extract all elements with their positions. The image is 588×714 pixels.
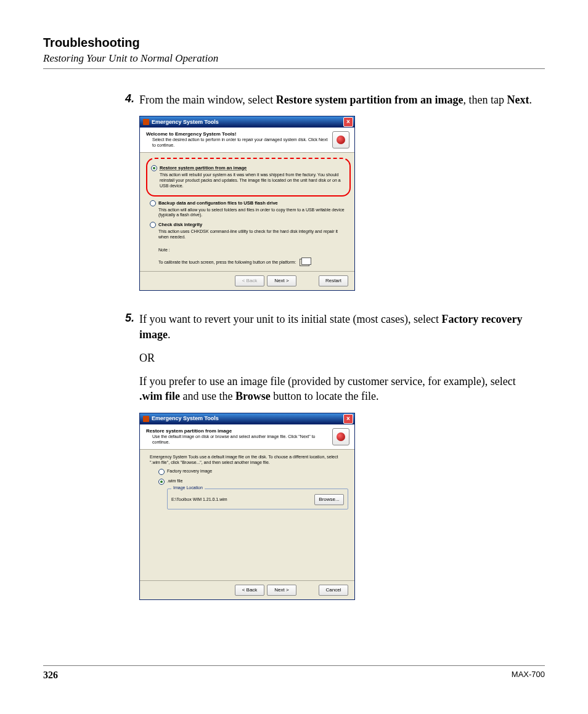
- image-location-fieldset: Image Location E:\Toolbox WIM 1.21.0.1.w…: [167, 489, 348, 509]
- option-label: Factory recovery image: [167, 469, 212, 473]
- or-text: OR: [139, 351, 541, 365]
- bold-text: .wim file: [139, 390, 180, 402]
- text: If you prefer to use an image file (prov…: [139, 375, 516, 387]
- note-label: Note :: [158, 248, 348, 253]
- dialog-button-bar: < Back Next > Cancel: [140, 580, 354, 599]
- radio-icon: [150, 222, 156, 228]
- dialog-titlebar: Emergency System Tools ×: [140, 116, 354, 128]
- calibrate-button-icon: [300, 259, 309, 266]
- image-path: E:\Toolbox WIM 1.21.0.1.wim: [171, 497, 227, 503]
- dialog-content: Restore system partition from an image T…: [140, 153, 354, 271]
- intro-text: Emergency System Tools use a default ima…: [150, 455, 348, 466]
- option-factory-image[interactable]: Factory recovery image: [158, 469, 348, 475]
- back-button[interactable]: < Back: [235, 585, 264, 596]
- dialog-content: Emergency System Tools use a default ima…: [140, 450, 354, 580]
- text: , then tap: [463, 94, 507, 106]
- option-label: Backup data and configuration files to U…: [158, 200, 278, 206]
- page-footer: 326 MAX-700: [43, 665, 545, 681]
- option-desc: This action uses CHKDSK command-line uti…: [158, 229, 348, 240]
- text: and use the: [180, 390, 235, 402]
- cancel-button[interactable]: Cancel: [319, 585, 348, 596]
- app-icon: [143, 416, 149, 422]
- option-wim-file[interactable]: .wim file: [158, 479, 348, 485]
- bold-text: Next: [507, 94, 529, 106]
- text: If you want to revert your unit to its i…: [139, 313, 441, 325]
- step-4: 4. From the main window, select Restore …: [115, 92, 541, 303]
- step-body: If you want to revert your unit to its i…: [139, 312, 541, 612]
- step-5: 5. If you want to revert your unit to it…: [115, 312, 541, 612]
- header-rule: [43, 68, 545, 69]
- bold-text: Restore system partition from an image: [276, 94, 463, 106]
- banner-desc: Select the desired action to perform in …: [152, 137, 332, 148]
- option-check-disk[interactable]: Check disk integrity This action uses CH…: [150, 222, 348, 240]
- recovery-disk-icon: [332, 131, 349, 148]
- callout-highlight: Restore system partition from an image T…: [146, 158, 351, 196]
- page-header: Troubleshooting Restoring Your Unit to N…: [43, 36, 545, 69]
- radio-selected-icon: [158, 479, 165, 485]
- back-button: < Back: [235, 275, 264, 286]
- radio-selected-icon: [151, 165, 157, 171]
- page-number: 326: [43, 670, 58, 681]
- option-label: Check disk integrity: [158, 222, 202, 227]
- note-row: To calibrate the touch screen, press the…: [158, 259, 348, 266]
- dialog-banner: Restore system partition from image Use …: [140, 424, 354, 450]
- option-restore-partition[interactable]: Restore system partition from an image T…: [151, 165, 346, 189]
- radio-icon: [150, 200, 156, 206]
- note-text: To calibrate the touch screen, press the…: [158, 260, 296, 266]
- text: From the main window, select: [139, 94, 276, 106]
- banner-desc: Use the default image on disk or browse …: [152, 434, 332, 445]
- dialog-titlebar: Emergency System Tools ×: [140, 413, 354, 424]
- recovery-disk-icon: [332, 428, 349, 445]
- next-button[interactable]: Next >: [267, 275, 296, 286]
- step-number: 5.: [115, 312, 139, 612]
- option-backup-usb[interactable]: Backup data and configuration files to U…: [150, 200, 348, 219]
- dialog-title: Emergency System Tools: [152, 415, 343, 422]
- dialog-button-bar: < Back Next > Restart: [140, 271, 354, 290]
- browse-button[interactable]: Browse...: [314, 494, 344, 505]
- option-desc: This action will rebuild your system as …: [160, 172, 346, 189]
- banner-title: Welcome to Emergency System Tools!: [146, 131, 332, 137]
- bold-text: Browse: [235, 390, 271, 402]
- app-icon: [143, 119, 149, 125]
- dialog-screenshot-1: Emergency System Tools × Welcome to Emer…: [139, 116, 355, 291]
- radio-icon: [158, 469, 165, 475]
- step-number: 4.: [115, 92, 139, 303]
- text: .: [168, 328, 171, 341]
- restart-button[interactable]: Restart: [319, 275, 348, 286]
- option-label: .wim file: [167, 479, 182, 483]
- dialog-banner: Welcome to Emergency System Tools! Selec…: [140, 128, 354, 153]
- banner-title: Restore system partition from image: [146, 428, 332, 434]
- option-label: Restore system partition from an image: [160, 165, 247, 171]
- footer-rule: [43, 665, 545, 666]
- dialog-screenshot-2: Emergency System Tools × Restore system …: [139, 413, 355, 600]
- close-icon[interactable]: ×: [343, 117, 353, 127]
- section-title: Troubleshooting: [43, 36, 545, 50]
- step-body: From the main window, select Restore sys…: [139, 92, 541, 303]
- text: .: [529, 94, 533, 106]
- section-subtitle: Restoring Your Unit to Normal Operation: [43, 52, 545, 65]
- text: button to locate the file.: [271, 390, 379, 402]
- next-button[interactable]: Next >: [267, 585, 296, 596]
- option-desc: This action will allow you to select fol…: [158, 208, 348, 219]
- model-name: MAX-700: [512, 670, 545, 681]
- fieldset-legend: Image Location: [171, 485, 205, 491]
- dialog-title: Emergency System Tools: [152, 119, 343, 126]
- close-icon[interactable]: ×: [343, 414, 353, 424]
